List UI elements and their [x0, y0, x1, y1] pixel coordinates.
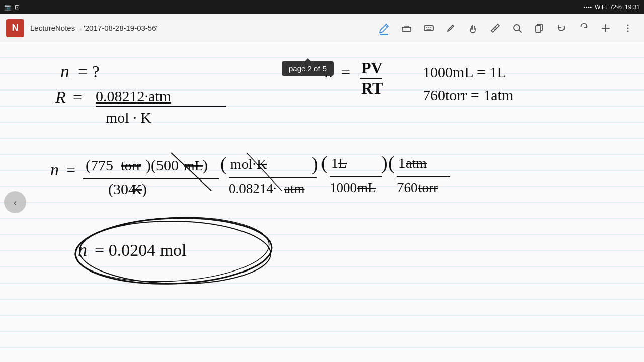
svg-text:0.08214·: 0.08214·: [229, 181, 277, 196]
svg-text:torr: torr: [418, 180, 438, 195]
notebook-page[interactable]: n = ? R = 0.08212·atm mol · K n = PV RT …: [0, 42, 644, 362]
app-icon: N: [6, 19, 24, 37]
svg-text:1: 1: [398, 155, 406, 171]
hand-tool-button[interactable]: [463, 18, 483, 38]
add-page-button[interactable]: [596, 18, 616, 38]
svg-text:= ?: = ?: [78, 62, 100, 81]
wifi-icon: WiFi: [595, 4, 607, 11]
eraser-tool-button[interactable]: [396, 18, 417, 38]
search-button[interactable]: [507, 18, 527, 38]
ruler-tool-button[interactable]: [485, 18, 505, 38]
toolbar: N LectureNotes – '2017-08-28-19-03-56': [0, 14, 644, 42]
nav-arrow-left[interactable]: ‹: [4, 191, 26, 213]
svg-text:)(500: )(500: [146, 157, 179, 174]
svg-text:=: =: [73, 88, 82, 106]
svg-text:0.08212·atm: 0.08212·atm: [96, 87, 171, 104]
svg-text:1000: 1000: [330, 180, 357, 195]
left-arrow-icon: ‹: [14, 197, 17, 208]
svg-text:(: (: [321, 152, 328, 174]
svg-text:R: R: [55, 87, 66, 106]
signal-icon: ▪▪▪▪: [583, 4, 592, 11]
notebook-svg: n = ? R = 0.08212·atm mol · K n = PV RT …: [0, 42, 644, 362]
svg-text:760torr = 1atm: 760torr = 1atm: [423, 86, 513, 103]
more-options-button[interactable]: [618, 18, 638, 38]
svg-point-2: [514, 25, 520, 31]
svg-text:mL: mL: [357, 180, 376, 195]
svg-text:1: 1: [331, 155, 338, 171]
svg-text:1000mL = 1L: 1000mL = 1L: [423, 64, 506, 80]
svg-text:=: =: [66, 161, 75, 179]
svg-text:): ): [203, 157, 208, 174]
svg-text:PV: PV: [361, 59, 383, 77]
svg-text:atm: atm: [284, 181, 305, 196]
svg-text:torr: torr: [121, 158, 141, 173]
svg-text:760: 760: [397, 180, 418, 195]
svg-text:): ): [142, 180, 147, 198]
page-tooltip: page 2 of 5: [282, 61, 334, 76]
pen-tool-button[interactable]: [441, 18, 461, 38]
svg-text:RT: RT: [361, 79, 383, 97]
copy-button[interactable]: [529, 18, 549, 38]
camera-icon: 📷: [4, 4, 12, 11]
svg-text:= 0.0204 mol: = 0.0204 mol: [95, 241, 187, 259]
status-bar: 📷 ⊡ ▪▪▪▪ WiFi 72% 19:31: [0, 0, 644, 14]
svg-rect-0: [403, 27, 411, 31]
clock: 19:31: [625, 4, 640, 11]
svg-text:L: L: [338, 155, 347, 171]
content-area: n = ? R = 0.08212·atm mol · K n = PV RT …: [0, 42, 644, 362]
cast-icon: ⊡: [15, 4, 20, 11]
svg-text:atm: atm: [406, 155, 427, 171]
svg-text:): ): [312, 153, 318, 175]
pencil-tool-button[interactable]: [374, 18, 394, 38]
svg-text:K: K: [132, 182, 142, 197]
status-right: ▪▪▪▪ WiFi 72% 19:31: [583, 4, 640, 11]
svg-text:n: n: [50, 160, 59, 179]
svg-text:mol · K: mol · K: [106, 109, 151, 126]
battery-level: 72%: [610, 4, 622, 11]
svg-text:mL: mL: [184, 158, 203, 173]
svg-text:n: n: [78, 240, 87, 260]
redo-button[interactable]: [574, 18, 594, 38]
svg-rect-4: [536, 26, 541, 32]
svg-text:(: (: [388, 152, 395, 174]
svg-point-7: [627, 30, 629, 32]
svg-text:): ): [381, 152, 388, 174]
page-indicator-text: page 2 of 5: [289, 64, 327, 73]
app-title: LectureNotes – '2017-08-28-19-03-56': [30, 24, 157, 32]
svg-text:(: (: [220, 153, 227, 175]
status-left: 📷 ⊡: [4, 4, 20, 11]
keyboard-button[interactable]: [419, 18, 439, 38]
svg-text:=: =: [341, 63, 350, 81]
svg-text:n: n: [60, 61, 69, 81]
svg-text:(775: (775: [86, 157, 113, 174]
svg-point-6: [627, 27, 629, 29]
svg-point-5: [627, 24, 629, 26]
undo-button[interactable]: [551, 18, 572, 38]
